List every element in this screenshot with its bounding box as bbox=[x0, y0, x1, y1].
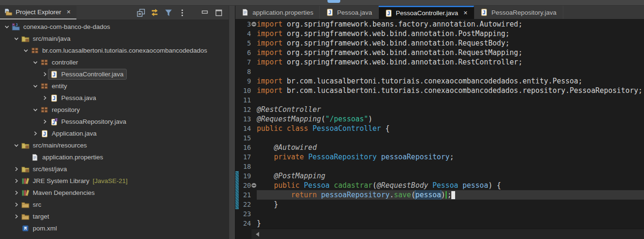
code-line-content[interactable] bbox=[257, 209, 644, 219]
tree-item-src-main-java[interactable]: src/main/java bbox=[0, 33, 229, 45]
chevron-down-icon[interactable] bbox=[31, 106, 39, 114]
code-line-14[interactable]: 14public class PessoaController { bbox=[235, 124, 644, 133]
tree-item-inner[interactable]: Maven Dependencies bbox=[20, 188, 98, 198]
code-line-13[interactable]: 13@RequestMapping("/pessoas") bbox=[235, 114, 644, 124]
minimize-icon[interactable] bbox=[201, 9, 209, 17]
chevron-right-icon[interactable] bbox=[41, 94, 48, 102]
tree-item-inner[interactable]: Mpom.xml bbox=[20, 223, 60, 233]
code-line-8[interactable]: 8 bbox=[235, 67, 644, 76]
tab-pessoarepository-java[interactable]: JPessoaRepository.java bbox=[474, 6, 563, 19]
code-line-21[interactable]: 21 return pessoaRepository.save(pessoa); bbox=[235, 190, 644, 200]
tree-item-jre-system-library[interactable]: JRE System Library [JavaSE-21] bbox=[0, 175, 229, 187]
chevron-right-icon[interactable] bbox=[41, 118, 48, 126]
code-line-content[interactable]: } bbox=[257, 219, 644, 228]
code-line-content[interactable]: } bbox=[257, 200, 644, 209]
panel-sash[interactable] bbox=[229, 6, 235, 239]
tree-item-target[interactable]: target bbox=[0, 211, 229, 222]
code-line-10[interactable]: 10import br.com.lucasalbertoni.tutoriais… bbox=[235, 86, 644, 95]
code-line-3[interactable]: 3import org.springframework.beans.factor… bbox=[235, 19, 644, 29]
chevron-down-icon[interactable] bbox=[22, 47, 29, 55]
fold-collapse-icon[interactable] bbox=[252, 183, 256, 188]
code-line-content[interactable]: @RequestMapping("/pessoas") bbox=[257, 114, 644, 124]
code-line-20[interactable]: 20 public Pessoa cadastrar(@RequestBody … bbox=[235, 181, 644, 190]
chevron-right-icon[interactable] bbox=[41, 71, 48, 78]
code-line-16[interactable]: 16 @Autowired bbox=[235, 143, 644, 152]
close-icon[interactable]: ✕ bbox=[65, 9, 71, 15]
tree-item-inner[interactable]: src bbox=[20, 200, 44, 210]
tree-item-inner[interactable]: src/main/java bbox=[20, 34, 74, 44]
tree-item-pessoarepository-java[interactable]: JIPessoaRepository.java bbox=[0, 116, 229, 128]
tree-item-inner[interactable]: target bbox=[20, 211, 52, 221]
tree-item-inner[interactable]: JPessoaController.java bbox=[48, 69, 126, 79]
code-line-content[interactable] bbox=[257, 162, 644, 171]
tree-item-inner[interactable]: JPessoa.java bbox=[48, 93, 99, 103]
chevron-right-icon[interactable] bbox=[12, 165, 20, 173]
code-line-12[interactable]: 12@RestController bbox=[235, 105, 644, 114]
code-line-19[interactable]: 19 @PostMapping bbox=[235, 171, 644, 181]
tree-item-application-java[interactable]: JApplication.java bbox=[0, 128, 229, 139]
code-line-23[interactable]: 23 bbox=[235, 209, 644, 219]
code-line-24[interactable]: 24} bbox=[235, 219, 644, 228]
code-line-content[interactable] bbox=[257, 95, 644, 105]
code-line-content[interactable] bbox=[257, 133, 644, 143]
code-line-4[interactable]: 4import org.springframework.web.bind.ann… bbox=[235, 29, 644, 38]
view-menu-icon[interactable] bbox=[178, 9, 187, 17]
tree-item-src-test-java[interactable]: src/test/java bbox=[0, 163, 229, 175]
tree-item-inner[interactable]: JApplication.java bbox=[39, 129, 100, 138]
filter-icon[interactable] bbox=[164, 9, 173, 17]
code-line-7[interactable]: 7import org.springframework.web.bind.ann… bbox=[235, 57, 644, 67]
link-with-editor-icon[interactable] bbox=[150, 9, 159, 17]
chevron-right-icon[interactable] bbox=[31, 130, 39, 138]
tree-item-src[interactable]: src bbox=[0, 199, 229, 211]
code-line-content[interactable]: import org.springframework.beans.factory… bbox=[257, 19, 644, 29]
scroll-left-icon[interactable] bbox=[256, 232, 259, 237]
chevron-down-icon[interactable] bbox=[12, 142, 20, 149]
tree-item-maven-dependencies[interactable]: Maven Dependencies bbox=[0, 187, 229, 199]
code-line-9[interactable]: 9import br.com.lucasalbertoni.tutoriais.… bbox=[235, 76, 644, 86]
chevron-down-icon[interactable] bbox=[12, 35, 20, 43]
collapse-all-icon[interactable] bbox=[137, 9, 145, 17]
tree-item-inner[interactable]: controller bbox=[39, 57, 81, 67]
tab-pessoacontroller-java[interactable]: JPessoaController.java✕ bbox=[379, 6, 475, 19]
code-line-content[interactable]: import org.springframework.web.bind.anno… bbox=[257, 29, 644, 38]
tree-item-inner[interactable]: MJconexao-com-banco-de-dados bbox=[10, 22, 113, 32]
tree-item-conexao-com-banco-de-dados[interactable]: MJconexao-com-banco-de-dados bbox=[0, 21, 229, 33]
tree-item-inner[interactable]: br.com.lucasalbertoni.tutoriais.conexaoc… bbox=[29, 46, 210, 55]
chevron-right-icon[interactable] bbox=[12, 189, 20, 197]
fold-collapse-icon[interactable] bbox=[252, 22, 256, 27]
code-line-17[interactable]: 17 private PessoaRepository pessoaReposi… bbox=[235, 152, 644, 162]
tab-pessoa-java[interactable]: JPessoa.java bbox=[320, 6, 379, 19]
tree-item-repository[interactable]: repository bbox=[0, 104, 229, 116]
chevron-down-icon[interactable] bbox=[3, 23, 10, 31]
tree-item-src-main-resources[interactable]: src/main/resources bbox=[0, 139, 229, 151]
tree-item-inner[interactable]: src/main/resources bbox=[20, 140, 90, 150]
code-line-11[interactable]: 11 bbox=[235, 95, 644, 105]
code-line-content[interactable]: import org.springframework.web.bind.anno… bbox=[257, 57, 644, 67]
tree-item-pom-xml[interactable]: Mpom.xml bbox=[0, 222, 229, 234]
tree-item-pessoa-java[interactable]: JPessoa.java bbox=[0, 92, 229, 104]
code-line-content[interactable]: import org.springframework.web.bind.anno… bbox=[257, 48, 644, 57]
code-line-content[interactable]: public Pessoa cadastrar(@RequestBody Pes… bbox=[257, 181, 644, 190]
code-line-15[interactable]: 15 bbox=[235, 133, 644, 143]
code-line-22[interactable]: 22 } bbox=[235, 200, 644, 209]
tab-application-properties[interactable]: application.properties bbox=[235, 6, 320, 19]
tree-item-inner[interactable]: JIPessoaRepository.java bbox=[48, 117, 129, 127]
code-line-content[interactable]: import org.springframework.web.bind.anno… bbox=[257, 38, 644, 48]
code-line-content[interactable]: private PessoaRepository pessoaRepositor… bbox=[257, 152, 644, 162]
tree-item-controller[interactable]: controller bbox=[0, 56, 229, 68]
chevron-down-icon[interactable] bbox=[31, 83, 39, 90]
tab-project-explorer[interactable]: Project Explorer ✕ bbox=[0, 6, 76, 19]
code-line-content[interactable]: import br.com.lucasalbertoni.tutoriais.c… bbox=[257, 86, 644, 95]
code-line-content[interactable] bbox=[257, 67, 644, 76]
tree-item-br-com-lucasalbertoni-tutoriais-conexaocombancodedados[interactable]: br.com.lucasalbertoni.tutoriais.conexaoc… bbox=[0, 45, 229, 56]
tree-item-pessoacontroller-java[interactable]: JPessoaController.java bbox=[0, 68, 229, 80]
code-line-content[interactable]: @RestController bbox=[257, 105, 644, 114]
code-line-content[interactable]: @PostMapping bbox=[257, 171, 644, 181]
chevron-right-icon[interactable] bbox=[12, 201, 20, 209]
code-line-content[interactable]: import br.com.lucasalbertoni.tutoriais.c… bbox=[257, 76, 644, 86]
tree-item-inner[interactable]: src/test/java bbox=[20, 164, 70, 174]
horizontal-scrollbar[interactable] bbox=[252, 229, 644, 239]
tree-item-inner[interactable]: repository bbox=[39, 105, 83, 115]
tree-item-application-properties[interactable]: application.properties bbox=[0, 151, 229, 163]
chevron-right-icon[interactable] bbox=[12, 177, 20, 185]
